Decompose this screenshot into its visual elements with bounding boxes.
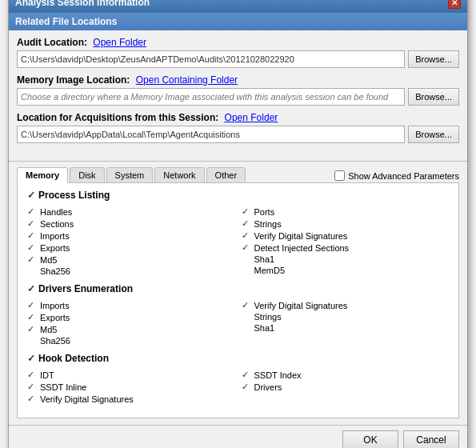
tab-list: Memory Disk System Network Other <box>17 166 247 182</box>
drivers-enumeration-title: ✓ Drivers Enumeration <box>27 283 449 294</box>
list-item: ✓Md5 <box>27 254 235 266</box>
hook-detection-columns: ✓IDT ✓SSDT Inline ✓Verify Digital Signat… <box>27 369 449 405</box>
list-item: ✓Strings <box>242 218 450 230</box>
list-item: ✓Handles <box>27 206 235 218</box>
process-listing-right: ✓Ports ✓Strings ✓Verify Digital Signatur… <box>242 206 450 277</box>
list-item: ✓Verify Digital Signatures <box>242 230 450 242</box>
list-item: ✓Drivers <box>242 381 450 393</box>
memory-input-row: Browse... <box>17 88 459 106</box>
acquisitions-browse-button[interactable]: Browse... <box>408 126 459 143</box>
list-item: ✓Md5 <box>27 323 235 335</box>
tab-disk[interactable]: Disk <box>70 167 104 182</box>
list-item: ✓Verify Digital Signatures <box>27 393 235 405</box>
drivers-right: ✓Verify Digital Signatures Strings Sha1 <box>242 299 450 346</box>
acquisitions-path-input[interactable] <box>17 126 405 143</box>
list-item: Sha1 <box>242 254 450 265</box>
list-item: ✓IDT <box>27 369 235 381</box>
memory-label: Memory Image Location: <box>17 74 130 86</box>
acquisitions-input-row: Browse... <box>17 126 459 143</box>
list-item: ✓Exports <box>27 311 235 323</box>
cancel-button[interactable]: Cancel <box>403 430 459 448</box>
process-listing-left: ✓Handles ✓Sections ✓Imports ✓Exports ✓Md… <box>27 206 235 277</box>
tab-system[interactable]: System <box>106 167 154 182</box>
list-item: ✓Imports <box>27 230 235 242</box>
list-item: ✓Sections <box>27 218 235 230</box>
drivers-left: ✓Imports ✓Exports ✓Md5 Sha256 <box>27 299 235 346</box>
close-button[interactable]: ✕ <box>448 0 461 9</box>
list-item: Sha256 <box>27 335 235 346</box>
show-advanced-label: Show Advanced Parameters <box>348 171 459 181</box>
dialog-title: Analysis Session Information <box>15 0 150 8</box>
memory-open-link[interactable]: Open Containing Folder <box>136 74 238 86</box>
drivers-enumeration-columns: ✓Imports ✓Exports ✓Md5 Sha256 ✓Verify Di… <box>27 299 449 346</box>
tabs-container: Memory Disk System Network Other Show Ad… <box>9 166 467 182</box>
tab-network[interactable]: Network <box>154 167 204 182</box>
tab-memory[interactable]: Memory <box>17 167 68 183</box>
hook-detection-section: ✓ Hook Detection ✓IDT ✓SSDT Inline ✓Veri… <box>27 353 449 405</box>
acquisitions-label: Location for Acquisitions from this Sess… <box>17 112 218 123</box>
memory-path-input[interactable] <box>17 88 405 106</box>
list-item: MemD5 <box>242 265 450 276</box>
process-listing-columns: ✓Handles ✓Sections ✓Imports ✓Exports ✓Md… <box>27 206 449 277</box>
memory-browse-button[interactable]: Browse... <box>408 88 459 106</box>
tab-other[interactable]: Other <box>206 167 246 182</box>
process-check-icon: ✓ <box>27 190 35 201</box>
ok-button[interactable]: OK <box>342 430 398 448</box>
hook-detection-title: ✓ Hook Detection <box>27 353 449 364</box>
hook-check-icon: ✓ <box>27 353 35 364</box>
list-item: ✓SSDT Inline <box>27 381 235 393</box>
footer: OK Cancel <box>9 425 467 448</box>
process-listing-title: ✓ Process Listing <box>27 190 449 201</box>
list-item: Strings <box>242 311 450 322</box>
audit-label: Audit Location: <box>17 37 87 48</box>
list-item: ✓Imports <box>27 299 235 311</box>
acquisitions-open-link[interactable]: Open Folder <box>225 112 278 123</box>
drivers-check-icon: ✓ <box>27 283 35 294</box>
divider <box>9 161 467 162</box>
list-item: ✓Verify Digital Signatures <box>242 299 450 311</box>
list-item: Sha1 <box>242 322 450 334</box>
file-locations-area: Audit Location: Open Folder Browse... Me… <box>9 30 467 156</box>
tab-content-memory: ✓ Process Listing ✓Handles ✓Sections ✓Im… <box>17 182 459 418</box>
audit-path-input[interactable] <box>17 50 405 68</box>
hook-right: ✓SSDT Index ✓Drivers <box>242 369 450 405</box>
section-header: Related File Locations <box>9 13 467 30</box>
list-item: Sha256 <box>27 266 235 277</box>
tabs-row: Memory Disk System Network Other Show Ad… <box>17 166 459 182</box>
drivers-enumeration-section: ✓ Drivers Enumeration ✓Imports ✓Exports … <box>27 283 449 346</box>
hook-left: ✓IDT ✓SSDT Inline ✓Verify Digital Signat… <box>27 369 235 405</box>
title-bar: Analysis Session Information ✕ <box>9 0 467 13</box>
list-item: ✓SSDT Index <box>242 369 450 381</box>
show-advanced-checkbox[interactable] <box>334 170 345 181</box>
dialog: Analysis Session Information ✕ Related F… <box>8 0 468 448</box>
audit-location-row: Audit Location: Open Folder Browse... <box>17 37 459 68</box>
memory-location-row: Memory Image Location: Open Containing F… <box>17 74 459 106</box>
acquisitions-location-row: Location for Acquisitions from this Sess… <box>17 112 459 143</box>
list-item: ✓Exports <box>27 242 235 254</box>
audit-input-row: Browse... <box>17 50 459 68</box>
process-listing-section: ✓ Process Listing ✓Handles ✓Sections ✓Im… <box>27 190 449 277</box>
list-item: ✓Ports <box>242 206 450 218</box>
audit-open-link[interactable]: Open Folder <box>93 37 146 48</box>
show-advanced-container: Show Advanced Parameters <box>334 170 459 182</box>
list-item: ✓Detect Injected Sections <box>242 242 450 254</box>
audit-browse-button[interactable]: Browse... <box>408 50 459 68</box>
